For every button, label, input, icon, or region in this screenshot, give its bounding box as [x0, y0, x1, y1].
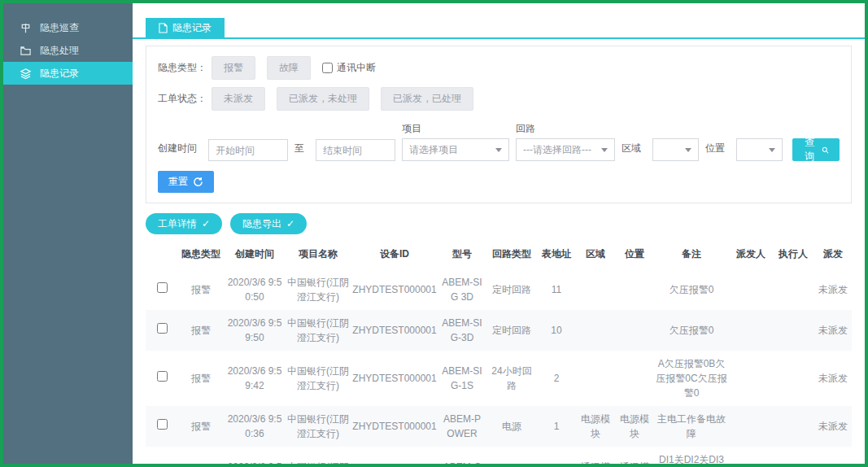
- table-body: 报警2020/3/6 9:50:50中国银行(江阴澄江支行)ZHYDTEST00…: [146, 269, 852, 464]
- status-dispatched-unhandled-button[interactable]: 已派发，未处理: [277, 87, 369, 111]
- circuit-select[interactable]: ---请选择回路---: [516, 138, 615, 161]
- cell-model: ABEM-SIG-1S: [438, 351, 486, 406]
- layers-icon: [20, 68, 32, 80]
- row-checkbox[interactable]: [157, 371, 168, 382]
- circuit-label: 回路: [516, 122, 615, 136]
- comm-interrupt-label: 通讯中断: [337, 61, 376, 75]
- cell-addr: 1: [538, 406, 575, 447]
- sidebar-item-label: 隐患记录: [40, 67, 79, 81]
- cell-time: 2020/3/6 9:50:50: [224, 269, 286, 310]
- table-row: 报警2020/3/6 9:50:36中国银行(江阴澄江支行)ZHYDTEST00…: [146, 406, 852, 447]
- cell-dispatcher: [730, 351, 772, 406]
- cell-type: 报警: [178, 351, 224, 406]
- created-time-label: 创建时间: [158, 142, 197, 155]
- cell-remark: 欠压报警0: [653, 269, 730, 310]
- column-header: 回路类型: [486, 239, 538, 269]
- circuit-select-group: 回路 ---请选择回路---: [516, 122, 615, 161]
- chevron-down-icon: [601, 148, 608, 152]
- sidebar-item-hazard-records[interactable]: 隐患记录: [3, 62, 133, 85]
- cell-position: [616, 351, 653, 406]
- cell-circuit: 定时回路: [486, 269, 538, 310]
- signpost-icon: [20, 22, 32, 34]
- column-header: 表地址: [538, 239, 575, 269]
- cell-executor: [772, 406, 814, 447]
- search-button-label: 查询: [803, 136, 816, 164]
- cell-model: ABEM-SIG-3D: [438, 310, 486, 351]
- row-checkbox[interactable]: [157, 419, 168, 430]
- filter-panel: 隐患类型： 报警 故障 通讯中断 工单状态： 未派发 已派发，未处理 已派发，已…: [146, 46, 852, 203]
- column-header: 备注: [653, 239, 730, 269]
- column-header: 区域: [575, 239, 616, 269]
- chevron-down-icon: [685, 148, 691, 152]
- column-header: 派发人: [730, 239, 772, 269]
- position-select[interactable]: [736, 138, 783, 161]
- comm-interrupt-checkbox[interactable]: [322, 63, 333, 73]
- sidebar-item-hazard-patrol[interactable]: 隐患巡查: [3, 16, 133, 39]
- cell-type: 报警: [178, 269, 224, 310]
- status-dispatched-handled-button[interactable]: 已派发，已处理: [381, 87, 473, 111]
- table-head-row: 隐患类型创建时间项目名称设备ID型号回路类型表地址区域位置备注派发人执行人派发处…: [146, 239, 852, 269]
- cell-remark: 主电工作备电故障: [653, 406, 730, 447]
- alarm-filter-button[interactable]: 报警: [212, 56, 255, 80]
- checkbox-cell: [146, 447, 178, 464]
- cell-time: 2020/3/6 9:59:42: [224, 351, 286, 406]
- cell-dispatcher: [730, 269, 772, 310]
- project-select[interactable]: 请选择项目: [402, 138, 509, 161]
- check-icon: ✓: [286, 218, 294, 229]
- column-header: 位置: [616, 239, 653, 269]
- chevron-down-icon: [495, 148, 502, 152]
- column-header: 设备ID: [351, 239, 438, 269]
- cell-region: [575, 351, 616, 406]
- start-time-input[interactable]: [208, 139, 288, 161]
- records-table: 隐患类型创建时间项目名称设备ID型号回路类型表地址区域位置备注派发人执行人派发处…: [146, 239, 852, 464]
- project-label: 项目: [402, 122, 509, 136]
- cell-region: [575, 310, 616, 351]
- row-checkbox[interactable]: [157, 282, 168, 293]
- search-filter-row: 创建时间 至 项目 请选择项目 回路 ---请选择回路--- 区域: [158, 122, 840, 161]
- check-icon: ✓: [202, 218, 210, 229]
- order-status-label: 工单状态：: [158, 92, 207, 106]
- cell-project: 中国银行(江阴澄江支行): [286, 447, 351, 464]
- sidebar-item-hazard-handle[interactable]: 隐患处理: [3, 39, 133, 62]
- position-label: 位置: [705, 142, 725, 155]
- hazard-export-button[interactable]: 隐患导出 ✓: [230, 213, 307, 234]
- cell-addr: 10: [538, 310, 575, 351]
- main-content: 隐患记录 隐患类型： 报警 故障 通讯中断 工单状态： 未派发 已派发，未处理 …: [133, 3, 865, 464]
- table-row: 报警2020/3/6 9:59:50中国银行(江阴澄江支行)ZHYDTEST00…: [146, 310, 852, 351]
- row-checkbox[interactable]: [157, 323, 168, 334]
- cell-device: ZHYDTEST000001: [351, 310, 438, 351]
- cell-dispatcher: [730, 406, 772, 447]
- cell-circuit: 电源: [486, 406, 538, 447]
- search-button[interactable]: 查询: [792, 138, 840, 161]
- comm-interrupt-checkbox-wrap: 通讯中断: [322, 61, 376, 75]
- search-icon: [822, 145, 829, 155]
- fault-filter-button[interactable]: 故障: [267, 56, 311, 80]
- cell-addr: 200: [538, 447, 575, 464]
- topbar: 隐患记录: [133, 3, 865, 39]
- reset-button[interactable]: 重置: [158, 171, 214, 193]
- status-not-dispatched-button[interactable]: 未派发: [212, 87, 265, 111]
- order-detail-label: 工单详情: [158, 217, 197, 231]
- cell-model: ABEM-POWER: [438, 406, 486, 447]
- end-time-input[interactable]: [316, 139, 395, 161]
- cell-dispatch: 未派发: [814, 447, 852, 464]
- order-detail-button[interactable]: 工单详情 ✓: [146, 213, 222, 234]
- cell-position: [616, 310, 653, 351]
- checkbox-column-header: [146, 239, 178, 269]
- action-buttons-row: 工单详情 ✓ 隐患导出 ✓: [146, 213, 852, 234]
- region-select[interactable]: [652, 138, 699, 161]
- tab-hazard-records[interactable]: 隐患记录: [146, 18, 225, 37]
- cell-circuit: 24小时回路: [486, 351, 538, 406]
- cell-position: [616, 269, 653, 310]
- column-header: 创建时间: [224, 239, 286, 269]
- cell-dispatcher: [730, 310, 772, 351]
- cell-time: 2020/3/6 9:59:50: [224, 310, 286, 351]
- document-icon: [159, 23, 168, 33]
- cell-remark: DI1关DI2关DI3关DI4关DI5关DI6关: [653, 447, 730, 464]
- cell-project: 中国银行(江阴澄江支行): [286, 269, 351, 310]
- hazard-type-filter-row: 隐患类型： 报警 故障 通讯中断: [158, 56, 840, 80]
- cell-addr: 2: [538, 351, 575, 406]
- reset-button-label: 重置: [168, 175, 188, 189]
- to-label: 至: [294, 142, 304, 155]
- tab-label: 隐患记录: [172, 21, 212, 35]
